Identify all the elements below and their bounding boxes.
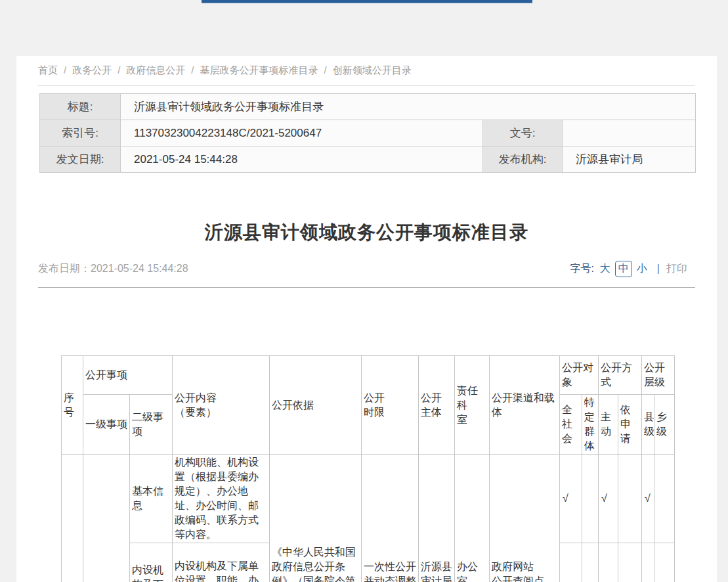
info-row-title: 标题: 沂源县审计领域政务公开事项标准目录 bbox=[40, 94, 696, 120]
header-seq: 序号 bbox=[62, 356, 83, 455]
header-method-request: 依申 请 bbox=[618, 395, 642, 455]
header-method-active: 主动 bbox=[599, 395, 618, 455]
check-county-row1: √ bbox=[642, 455, 654, 543]
breadcrumb-home[interactable]: 首页 bbox=[38, 64, 58, 76]
publish-date: 发布日期：2021-05-24 15:44:28 bbox=[38, 262, 188, 276]
agency-value: 沂源县审计局 bbox=[563, 146, 696, 173]
catalog-header-row-1: 序号 公开事项 公开内容 （要素） 公开依据 公开 时限 公开 主体 责任科 室… bbox=[62, 356, 675, 395]
doc-number-label: 文号: bbox=[483, 120, 563, 146]
check-request-row1 bbox=[618, 455, 642, 543]
header-level2-item: 二级事项 bbox=[130, 395, 173, 455]
header-open-basis: 公开依据 bbox=[270, 356, 362, 455]
header-level1-item: 一级事项 bbox=[83, 395, 130, 455]
breadcrumb-zhengwu[interactable]: 政务公开 bbox=[72, 64, 112, 76]
top-nav-bar-fragment bbox=[202, 0, 532, 3]
cell-content-internal: 内设机构及下属单位设置、职能、办公地址、办公时间、联系方式、负责人姓名等信息。 bbox=[173, 543, 270, 582]
breadcrumb-current-page[interactable]: 创新领域公开目录 bbox=[333, 64, 412, 76]
font-size-medium-button[interactable]: 中 bbox=[615, 261, 632, 277]
info-row-date: 发文日期: 2021-05-24 15:44:28 发布机构: 沂源县审计局 bbox=[40, 146, 696, 173]
check-all-row2: √ bbox=[560, 543, 582, 582]
check-active-row2: √ bbox=[599, 543, 618, 582]
page-title: 沂源县审计领域政务公开事项标准目录 bbox=[16, 220, 717, 245]
check-special-row1 bbox=[582, 455, 599, 543]
header-level-town: 乡级 bbox=[654, 395, 675, 455]
header-open-content: 公开内容 （要素） bbox=[173, 356, 270, 455]
check-town-row1 bbox=[654, 455, 675, 543]
issue-date-label: 发文日期: bbox=[40, 146, 121, 173]
cell-time-limit: 一次性公开并动态调整 bbox=[362, 455, 419, 582]
cell-level1 bbox=[83, 455, 130, 582]
content-panel: 首页/政务公开/政府信息公开/基层政务公开事项标准目录/创新领域公开目录 标题:… bbox=[16, 56, 717, 582]
header-level-county: 县级 bbox=[642, 395, 654, 455]
header-open-audience: 公开对 象 bbox=[560, 356, 599, 395]
header-open-level: 公开 层级 bbox=[642, 356, 675, 395]
cell-channel: 政府网站 公开查阅点 bbox=[490, 455, 560, 582]
check-county-row2: √ bbox=[642, 543, 654, 582]
breadcrumb-jiceng-catalog[interactable]: 基层政务公开事项标准目录 bbox=[200, 64, 318, 76]
index-number-label: 索引号: bbox=[40, 120, 121, 146]
header-responsible-dept: 责任科 室 bbox=[455, 356, 490, 455]
check-special-row2 bbox=[582, 543, 599, 582]
breadcrumb-xinxi-gongkai[interactable]: 政府信息公开 bbox=[126, 64, 185, 76]
header-open-item: 公开事项 bbox=[83, 356, 173, 395]
tools-separator: | bbox=[657, 263, 660, 274]
publish-date-value: 2021-05-24 15:44:28 bbox=[91, 263, 188, 274]
font-size-large-button[interactable]: 大 bbox=[600, 263, 610, 274]
print-button[interactable]: 打印 bbox=[666, 263, 687, 274]
check-active-row1: √ bbox=[599, 455, 618, 543]
breadcrumb-divider bbox=[38, 85, 695, 86]
agency-label: 发布机构: bbox=[483, 146, 563, 173]
breadcrumb-separator: / bbox=[191, 64, 194, 76]
catalog-table: 序号 公开事项 公开内容 （要素） 公开依据 公开 时限 公开 主体 责任科 室… bbox=[61, 355, 675, 582]
check-all-row1: √ bbox=[560, 455, 582, 543]
index-number-value: 11370323004223148C/2021-5200647 bbox=[121, 120, 483, 146]
cell-level2-basic: 基本信息 bbox=[130, 455, 173, 543]
catalog-row-basic-info: 基本信息 机构职能、机构设置（根据县委编办规定）、办公地址、办公时间、邮政编码、… bbox=[62, 455, 675, 543]
font-size-tools: 字号:大中小|打印 bbox=[570, 261, 687, 277]
breadcrumb-separator: / bbox=[64, 64, 66, 76]
header-time-limit: 公开 时限 bbox=[362, 356, 419, 455]
issue-date-value: 2021-05-24 15:44:28 bbox=[121, 146, 483, 173]
header-audience-all: 全社 会 bbox=[560, 395, 582, 455]
header-audience-special: 特定群体 bbox=[582, 395, 599, 455]
check-town-row2 bbox=[654, 543, 675, 582]
cell-content-basic: 机构职能、机构设置（根据县委编办规定）、办公地址、办公时间、邮政编码、联系方式等… bbox=[173, 455, 270, 543]
font-size-label: 字号: bbox=[570, 263, 593, 274]
cell-subject: 沂源县审计局 bbox=[419, 455, 455, 582]
title-label: 标题: bbox=[40, 94, 121, 120]
cell-dept: 办公室 bbox=[455, 455, 490, 582]
breadcrumb: 首页/政务公开/政府信息公开/基层政务公开事项标准目录/创新领域公开目录 bbox=[38, 64, 412, 77]
check-request-row2 bbox=[618, 543, 642, 582]
cell-level2-internal: 内设机构及下属事业单位信息 bbox=[130, 543, 173, 582]
cell-basis: 《中华人民共和国政府信息公开条例》（国务院令第711号） bbox=[270, 455, 362, 582]
breadcrumb-separator: / bbox=[324, 64, 327, 76]
header-open-channel: 公开渠道和载 体 bbox=[490, 356, 560, 455]
info-row-index: 索引号: 11370323004223148C/2021-5200647 文号: bbox=[40, 120, 696, 146]
article-meta-line: 发布日期：2021-05-24 15:44:28 字号:大中小|打印 bbox=[38, 261, 695, 278]
publish-date-label: 发布日期： bbox=[38, 263, 91, 274]
header-open-method: 公开方式 bbox=[599, 356, 642, 395]
cell-seq bbox=[62, 455, 83, 582]
document-info-table: 标题: 沂源县审计领域政务公开事项标准目录 索引号: 1137032300422… bbox=[39, 93, 696, 173]
doc-number-value bbox=[563, 120, 696, 146]
article-divider bbox=[38, 287, 695, 288]
font-size-small-button[interactable]: 小 bbox=[637, 263, 647, 274]
title-value: 沂源县审计领域政务公开事项标准目录 bbox=[121, 94, 696, 120]
header-open-subject: 公开 主体 bbox=[419, 356, 455, 455]
breadcrumb-separator: / bbox=[118, 64, 120, 76]
